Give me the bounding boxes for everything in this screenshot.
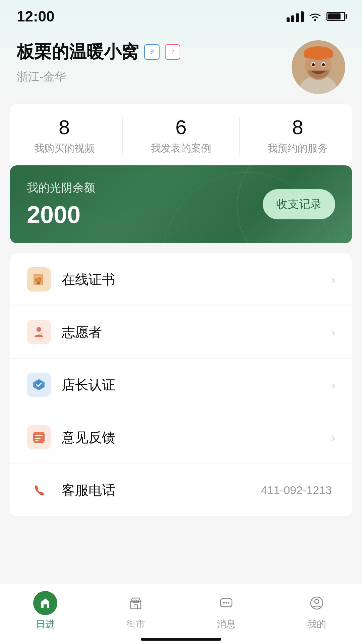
menu-item-feedback[interactable]: 意见反馈 › <box>10 411 352 464</box>
profile-name-row: 板栗的温暖小窝 ♂ ♀ <box>17 40 292 64</box>
stat-services[interactable]: 8 我预约的服务 <box>267 117 328 155</box>
svg-rect-15 <box>37 282 40 284</box>
stat-videos-number: 8 <box>59 117 70 138</box>
svg-point-33 <box>228 602 230 604</box>
stat-videos[interactable]: 8 我购买的视频 <box>34 117 95 155</box>
svg-rect-24 <box>35 440 39 441</box>
certificate-text: 在线证书 <box>62 270 331 289</box>
store-icon <box>27 373 51 397</box>
chevron-icon: › <box>331 431 335 444</box>
wifi-icon <box>308 11 322 21</box>
svg-rect-17 <box>35 277 39 278</box>
nav-item-mine[interactable]: 我的 <box>290 591 344 631</box>
phone-value: 411-092-1213 <box>261 484 332 497</box>
profile-name: 板栗的温暖小窝 <box>17 40 139 64</box>
stat-cases-label: 我发表的案例 <box>151 142 211 155</box>
stat-services-number: 8 <box>292 117 303 138</box>
status-bar: 12:00 <box>0 0 362 27</box>
nav-message-label: 消息 <box>217 618 236 631</box>
balance-card: 我的光阴余额 2000 收支记录 <box>10 165 352 243</box>
chevron-icon: › <box>331 273 335 286</box>
svg-rect-5 <box>304 53 333 58</box>
phone-icon <box>27 478 51 502</box>
volunteer-text: 志愿者 <box>62 323 331 341</box>
certificate-icon <box>27 267 51 291</box>
svg-rect-16 <box>35 276 41 277</box>
profile-location: 浙江-金华 <box>17 69 292 85</box>
bottom-navigation: 日进 街市 消息 <box>0 584 362 644</box>
nav-market-icon <box>124 591 148 615</box>
nav-mine-icon <box>305 591 329 615</box>
chevron-icon: › <box>331 326 335 339</box>
menu-item-certificate[interactable]: 在线证书 › <box>10 253 352 306</box>
phone-text: 客服电话 <box>62 481 261 499</box>
feedback-icon <box>27 425 51 449</box>
svg-point-18 <box>37 327 41 332</box>
stat-cases-number: 6 <box>175 117 186 138</box>
svg-point-35 <box>315 599 319 603</box>
svg-point-32 <box>226 602 227 604</box>
store-text: 店长认证 <box>62 376 331 394</box>
svg-point-0 <box>314 19 316 21</box>
feedback-text: 意见反馈 <box>62 428 331 447</box>
nav-item-message[interactable]: 消息 <box>199 591 253 631</box>
chevron-icon: › <box>331 378 335 391</box>
stat-cases[interactable]: 6 我发表的案例 <box>151 117 211 155</box>
profile-section: 板栗的温暖小窝 ♂ ♀ 浙江-金华 <box>0 27 362 104</box>
svg-point-9 <box>322 63 325 66</box>
status-time: 12:00 <box>17 8 55 25</box>
svg-point-31 <box>223 602 225 604</box>
menu-item-phone[interactable]: 客服电话 411-092-1213 <box>10 464 352 516</box>
profile-info: 板栗的温暖小窝 ♂ ♀ 浙江-金华 <box>17 40 292 85</box>
stats-section: 8 我购买的视频 6 我发表的案例 8 我预约的服务 <box>10 104 352 165</box>
stat-services-label: 我预约的服务 <box>267 142 328 155</box>
svg-point-8 <box>312 63 315 66</box>
menu-item-volunteer[interactable]: 志愿者 › <box>10 306 352 359</box>
gender-female-badge: ♀ <box>165 44 180 60</box>
volunteer-icon <box>27 320 51 344</box>
stat-videos-label: 我购买的视频 <box>34 142 95 155</box>
nav-mine-label: 我的 <box>307 618 326 631</box>
menu-section: 在线证书 › 志愿者 › 店长认证 › <box>10 253 352 516</box>
nav-market-label: 街市 <box>126 618 145 631</box>
nav-message-icon <box>214 591 238 615</box>
svg-rect-23 <box>35 438 41 439</box>
nav-item-market[interactable]: 街市 <box>109 591 163 631</box>
gender-male-badge: ♂ <box>144 44 160 60</box>
balance-record-button[interactable]: 收支记录 <box>263 189 335 219</box>
svg-rect-21 <box>33 432 45 443</box>
home-indicator <box>141 638 221 641</box>
nav-home-icon <box>33 591 57 615</box>
menu-item-store[interactable]: 店长认证 › <box>10 359 352 411</box>
avatar[interactable] <box>292 40 345 94</box>
battery-icon <box>326 12 345 21</box>
status-icons <box>287 11 345 22</box>
nav-item-home[interactable]: 日进 <box>18 591 72 631</box>
signal-icon <box>287 11 304 22</box>
svg-rect-22 <box>35 435 43 436</box>
avatar-image <box>292 40 345 94</box>
svg-rect-29 <box>134 605 137 609</box>
nav-home-label: 日进 <box>36 618 55 631</box>
